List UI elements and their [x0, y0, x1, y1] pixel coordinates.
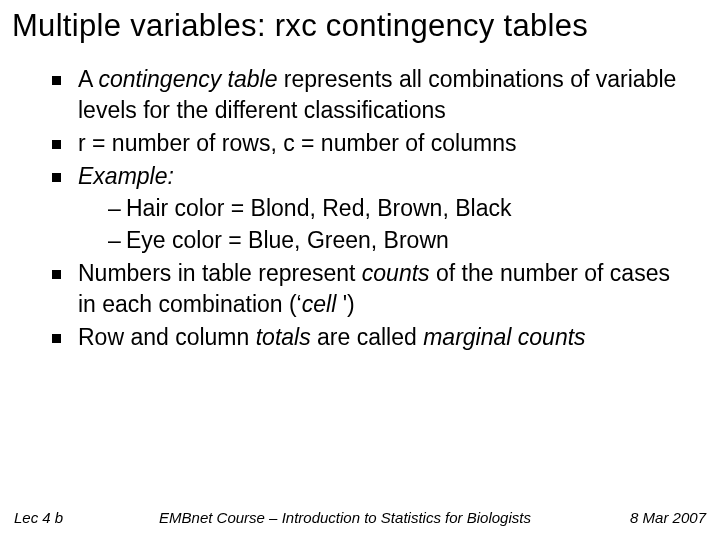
footer-left: Lec 4 b: [14, 509, 94, 526]
bullet-1-pre: A: [78, 66, 98, 92]
bullet-2: r = number of rows, c = number of column…: [50, 128, 694, 159]
bullet-3: Example: Hair color = Blond, Red, Brown,…: [50, 161, 694, 256]
bullet-1-em: contingency table: [98, 66, 277, 92]
bullet-4-post2: '): [343, 291, 355, 317]
sub-bullet-list: Hair color = Blond, Red, Brown, Black Ey…: [78, 193, 694, 256]
bullet-5: Row and column totals are called margina…: [50, 322, 694, 353]
bullet-3-text: Example:: [78, 163, 174, 189]
sub-bullet-2-text: Eye color = Blue, Green, Brown: [126, 227, 449, 253]
bullet-5-em: totals: [256, 324, 311, 350]
sub-bullet-2: Eye color = Blue, Green, Brown: [108, 225, 694, 256]
bullet-1: A contingency table represents all combi…: [50, 64, 694, 126]
slide-footer: Lec 4 b EMBnet Course – Introduction to …: [0, 509, 720, 526]
sub-bullet-1-text: Hair color = Blond, Red, Brown, Black: [126, 195, 511, 221]
bullet-2-text: r = number of rows, c = number of column…: [78, 130, 516, 156]
bullet-4: Numbers in table represent counts of the…: [50, 258, 694, 320]
bullet-4-em: counts: [362, 260, 430, 286]
slide: Multiple variables: rxc contingency tabl…: [0, 0, 720, 540]
bullet-4-em2: cell: [302, 291, 343, 317]
slide-body: A contingency table represents all combi…: [12, 64, 708, 353]
bullet-4-pre: Numbers in table represent: [78, 260, 362, 286]
slide-title: Multiple variables: rxc contingency tabl…: [12, 8, 708, 44]
bullet-5-post: are called: [311, 324, 424, 350]
bullet-list: A contingency table represents all combi…: [50, 64, 694, 353]
footer-right: 8 Mar 2007: [596, 509, 706, 526]
footer-center: EMBnet Course – Introduction to Statisti…: [94, 509, 596, 526]
sub-bullet-1: Hair color = Blond, Red, Brown, Black: [108, 193, 694, 224]
bullet-5-pre: Row and column: [78, 324, 256, 350]
bullet-5-em2: marginal counts: [423, 324, 585, 350]
